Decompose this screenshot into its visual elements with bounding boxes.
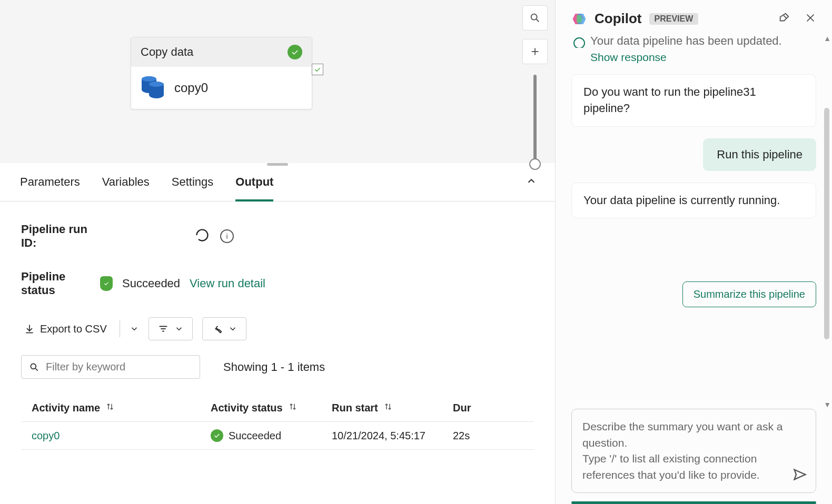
tab-variables[interactable]: Variables — [102, 175, 150, 201]
suggestion-chip[interactable]: Summarize this pipeline — [682, 281, 816, 307]
broom-icon — [778, 12, 790, 24]
svg-line-1 — [537, 19, 539, 22]
pipeline-canvas[interactable]: Copy data copy0 — [0, 0, 555, 163]
input-placeholder: Describe the summary you want or ask a q… — [582, 419, 786, 483]
chevron-up-icon — [526, 175, 537, 187]
activity-node-copy-data[interactable]: Copy data copy0 — [131, 37, 312, 109]
close-icon — [805, 12, 816, 24]
database-icon — [142, 76, 163, 99]
search-icon — [529, 12, 541, 24]
col-run-start[interactable]: Run start — [332, 402, 453, 414]
accent-bar — [571, 501, 816, 504]
cell-run-start: 10/21/2024, 5:45:17 — [332, 430, 453, 442]
status-value: Succeeded — [122, 277, 180, 290]
copilot-header: Copilot PREVIEW — [556, 0, 832, 34]
close-copilot-button[interactable] — [805, 12, 816, 26]
clear-chat-button[interactable] — [778, 12, 790, 26]
chevron-down-icon[interactable] — [130, 324, 139, 334]
cell-activity-status: Succeeded — [211, 429, 332, 442]
filter-lines-icon — [157, 323, 169, 335]
svg-point-9 — [31, 364, 36, 369]
showing-count: Showing 1 - 1 items — [223, 360, 325, 374]
col-activity-status[interactable]: Activity status — [211, 402, 332, 414]
refresh-button[interactable] — [195, 228, 210, 245]
run-id-label: Pipeline run ID: — [21, 223, 90, 250]
info-button[interactable]: i — [220, 229, 234, 243]
zoom-slider[interactable] — [533, 75, 537, 164]
filter-columns-button[interactable] — [148, 317, 193, 340]
scroll-up-icon[interactable]: ▲ — [824, 34, 831, 43]
cell-activity-name[interactable]: copy0 — [21, 430, 211, 442]
send-icon — [793, 467, 807, 482]
chevron-down-icon — [228, 324, 237, 334]
copilot-message: Your data pipeline is currently running. — [571, 183, 816, 219]
user-message-chip: Run this pipeline — [703, 138, 816, 171]
svg-line-10 — [36, 368, 38, 370]
scrollbar[interactable]: ▲ ▼ — [823, 34, 831, 409]
chevron-down-icon — [174, 324, 184, 334]
checkbox-icon[interactable] — [312, 64, 323, 75]
sort-icon — [105, 402, 115, 414]
canvas-search-button[interactable] — [522, 5, 548, 31]
node-name: copy0 — [174, 80, 208, 95]
tools-button[interactable] — [202, 317, 246, 340]
svg-point-0 — [531, 14, 537, 20]
sort-icon — [288, 402, 298, 414]
copilot-title: Copilot — [595, 11, 642, 27]
filter-keyword-input[interactable] — [21, 355, 200, 379]
panel-tabs: Parameters Variables Settings Output — [0, 166, 555, 201]
view-run-detail-link[interactable]: View run detail — [190, 277, 265, 290]
tab-output[interactable]: Output — [235, 175, 273, 201]
scroll-down-icon[interactable]: ▼ — [824, 400, 831, 409]
success-shield-icon — [100, 276, 113, 291]
scrollbar-thumb[interactable] — [824, 108, 829, 339]
table-row[interactable]: copy0 Succeeded 10/21/2024, 5:45:17 22s — [21, 422, 534, 450]
tab-settings[interactable]: Settings — [172, 175, 214, 201]
col-activity-name[interactable]: Activity name — [21, 402, 211, 414]
export-csv-button[interactable]: Export to CSV — [21, 319, 110, 339]
bottom-panel: Parameters Variables Settings Output Pip… — [0, 163, 555, 504]
divider — [120, 320, 120, 337]
copilot-input[interactable]: Describe the summary you want or ask a q… — [571, 409, 816, 493]
copilot-logo-icon — [571, 11, 587, 27]
wrench-icon — [211, 323, 223, 335]
prev-message-truncated: Your data pipeline has been updated. — [571, 34, 816, 48]
col-duration[interactable]: Dur — [453, 402, 495, 414]
preview-badge: PREVIEW — [649, 13, 699, 25]
cell-duration: 22s — [453, 430, 495, 442]
node-title: Copy data — [141, 45, 193, 59]
download-icon — [24, 324, 35, 334]
collapse-panel-button[interactable] — [526, 175, 537, 189]
main-area: Copy data copy0 — [0, 0, 556, 504]
check-circle-icon — [288, 45, 302, 59]
copilot-messages: Your data pipeline has been updated. Sho… — [556, 34, 832, 409]
tab-parameters[interactable]: Parameters — [20, 175, 80, 201]
refresh-icon — [195, 228, 210, 243]
copilot-panel: Copilot PREVIEW Your data pipeline has b… — [556, 0, 832, 504]
sort-icon — [383, 402, 393, 414]
filter-input-field[interactable] — [46, 361, 192, 373]
check-circle-icon — [211, 429, 223, 442]
activity-runs-table: Activity name Activity status Run start — [21, 395, 534, 450]
search-icon — [29, 362, 39, 372]
export-csv-label: Export to CSV — [40, 323, 107, 335]
send-button[interactable] — [793, 467, 807, 484]
info-icon: i — [226, 232, 227, 240]
show-response-link[interactable]: Show response — [590, 51, 816, 64]
canvas-zoom-in-button[interactable] — [522, 39, 548, 64]
copilot-message: Do you want to run the pipeline31 pipeli… — [571, 74, 816, 127]
svg-line-11 — [784, 15, 787, 18]
plus-icon — [529, 46, 541, 57]
status-label: Pipeline status — [21, 270, 90, 297]
